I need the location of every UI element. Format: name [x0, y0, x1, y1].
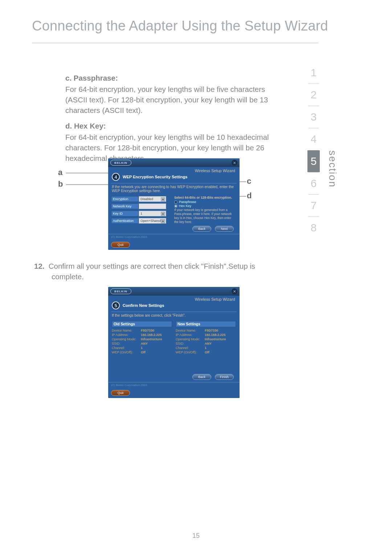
copyright: (C) Belkin Corporation 2003	[108, 382, 240, 387]
advice-text: If your network key is generated from a …	[174, 208, 235, 224]
callout-b: b	[58, 179, 63, 189]
page-title: Connecting the Adapter Using the Setup W…	[32, 18, 328, 34]
next-button[interactable]: Next	[215, 226, 234, 232]
section-nav-8[interactable]: 8	[307, 217, 320, 239]
step-text-cont: complete.	[52, 271, 288, 282]
section-vertical-label: section	[327, 150, 338, 188]
lbl-channel: Channel:	[112, 346, 141, 350]
keyid-label: Key ID	[111, 211, 139, 216]
select-bits-text: Select 64-Bits or 128-Bits encryption.	[174, 196, 235, 199]
wizard-subtitle: Wireless Setup Wizard	[108, 296, 240, 301]
new-device: F5D7330	[205, 329, 218, 332]
wizard-step-header: 4 WEP Encryption Security Settings	[108, 173, 240, 183]
old-settings-head: Old Settings	[112, 321, 172, 327]
old-ip: 192.168.2.225	[141, 333, 162, 337]
lbl-channel: Channel:	[176, 346, 205, 350]
radio-hexkey-label: Hex Key	[179, 204, 191, 208]
step-icon: 4	[112, 173, 120, 181]
section-nav-1[interactable]: 1	[307, 62, 320, 84]
quit-button[interactable]: Quit	[111, 242, 130, 248]
callout-c: c	[247, 176, 251, 186]
close-icon[interactable]: ✕	[232, 288, 237, 294]
old-device: F5D7330	[141, 329, 154, 332]
wizard-subtitle: Wireless Setup Wizard	[108, 167, 240, 173]
heading-passphrase: c. Passphrase:	[65, 73, 283, 83]
step-title: WEP Encryption Security Settings	[123, 175, 187, 179]
wizard-instruction: If the settings below are correct, click…	[108, 312, 240, 320]
new-settings-head: New Settings	[176, 321, 236, 327]
section-nav-5[interactable]: 5	[307, 150, 320, 172]
old-settings-col: Old Settings Device Name:F5D7330 IP Addr…	[112, 321, 172, 355]
callout-d: d	[247, 191, 252, 200]
radio-passphrase[interactable]: Passphrase	[174, 200, 235, 204]
section-nav-2[interactable]: 2	[307, 84, 320, 106]
old-channel: 1	[141, 346, 143, 350]
lbl-ip: IP Address:	[176, 333, 205, 337]
keyid-value: 1	[140, 212, 142, 215]
encryption-select[interactable]: Disabled▾	[139, 196, 166, 202]
back-button[interactable]: Back	[192, 226, 211, 232]
encryption-value: Disabled	[140, 197, 153, 201]
section-nav-4[interactable]: 4	[307, 128, 320, 150]
section-nav-3[interactable]: 3	[307, 106, 320, 128]
lbl-mode: Operating Mode:	[176, 337, 205, 341]
callout-a-line	[66, 173, 113, 173]
wizard-titlebar: BELKIN ✕	[108, 287, 240, 296]
new-channel: 1	[205, 346, 207, 350]
old-wep: Off	[141, 350, 146, 354]
belkin-logo: BELKIN	[110, 288, 131, 294]
networkkey-label: Network Key	[111, 203, 139, 209]
callout-b-line	[66, 184, 113, 185]
heading-hexkey: d. Hex Key:	[65, 121, 283, 131]
lbl-ssid: SSID:	[176, 342, 205, 345]
networkkey-input[interactable]	[139, 203, 166, 209]
step-icon: 5	[112, 301, 120, 309]
radio-passphrase-label: Passphrase	[179, 200, 196, 204]
lbl-mode: Operating Mode:	[112, 337, 141, 341]
step-text: Confirm all your settings are correct th…	[49, 262, 255, 270]
encryption-label: Encryption	[111, 196, 139, 202]
new-settings-col: New Settings Device Name:F5D7330 IP Addr…	[176, 321, 236, 355]
title-rule	[32, 43, 319, 43]
step-title: Confirm New Settings	[123, 303, 164, 308]
wizard-footer: (C) Belkin Corporation 2003 Quit	[108, 382, 240, 398]
wizard-instruction: If the network you are connecting to has…	[108, 183, 240, 195]
close-icon[interactable]: ✕	[232, 160, 237, 166]
lbl-wep: WEP (On/Off):	[176, 350, 205, 354]
copyright: (C) Belkin Corporation 2003	[108, 234, 240, 239]
section-nav-7[interactable]: 7	[307, 195, 320, 216]
section-nav-6[interactable]: 6	[307, 173, 320, 194]
section-nav: 1 2 3 4 5 6 7 8	[306, 62, 321, 239]
wizard-wep-settings: BELKIN ✕ Wireless Setup Wizard 4 WEP Enc…	[108, 158, 240, 250]
callout-a: a	[58, 168, 62, 177]
content-column: c. Passphrase: For 64-bit encryption, yo…	[65, 70, 283, 169]
new-wep: Off	[205, 350, 209, 354]
back-button[interactable]: Back	[192, 374, 211, 380]
lbl-device: Device Name:	[112, 329, 141, 332]
step-number: 12.	[34, 261, 46, 271]
old-ssid: ANY	[141, 342, 148, 345]
chevron-down-icon: ▾	[161, 219, 165, 223]
radio-hexkey[interactable]: Hex Key	[174, 204, 235, 208]
auth-label: Authentication	[111, 218, 139, 224]
auth-value: Open+Shared	[140, 219, 161, 223]
page-number: 15	[0, 532, 392, 540]
divider	[111, 312, 237, 312]
lbl-ip: IP Address:	[112, 333, 141, 337]
wizard-titlebar: BELKIN ✕	[108, 158, 240, 167]
quit-button[interactable]: Quit	[111, 390, 130, 396]
radio-icon	[174, 204, 177, 208]
new-mode: Infrastructure	[205, 337, 226, 341]
lbl-device: Device Name:	[176, 329, 205, 332]
new-ssid: ANY	[205, 342, 212, 345]
finish-button[interactable]: Finish	[215, 374, 234, 380]
step-12: 12. Confirm all your settings are correc…	[34, 261, 288, 282]
belkin-logo: BELKIN	[110, 160, 131, 166]
new-ip: 192.168.2.225	[205, 333, 226, 337]
wizard-step-header: 5 Confirm New Settings	[108, 301, 240, 312]
wizard-footer: (C) Belkin Corporation 2003 Quit	[108, 234, 240, 250]
auth-select[interactable]: Open+Shared▾	[139, 218, 166, 224]
radio-icon	[174, 200, 177, 204]
old-mode: Infrastructure	[141, 337, 162, 341]
keyid-select[interactable]: 1▾	[139, 211, 166, 216]
